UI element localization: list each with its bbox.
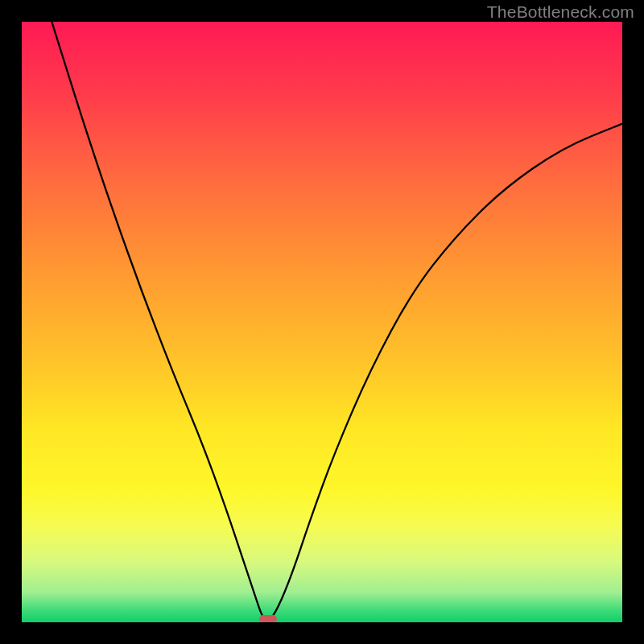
watermark-text: TheBottleneck.com (487, 2, 634, 22)
plot-background-gradient (22, 22, 622, 622)
plot-area (22, 22, 622, 622)
optimal-marker (259, 615, 277, 622)
plot-frame: TheBottleneck.com (0, 0, 644, 644)
